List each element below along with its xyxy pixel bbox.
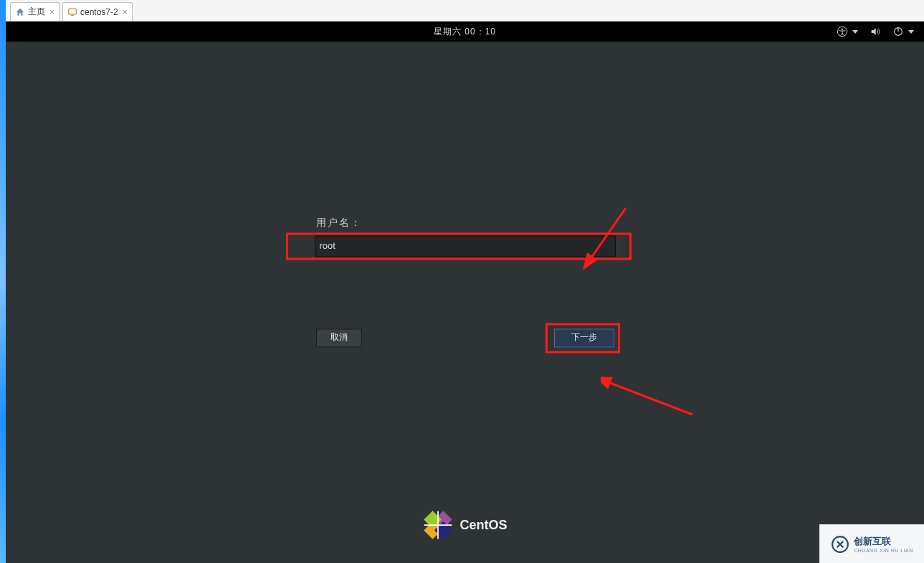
accessibility-icon	[837, 26, 848, 37]
gdm-login-box: 用户名： 取消 下一步	[315, 217, 616, 347]
tab-bar: 主页 × centos7-2 ×	[6, 0, 924, 22]
username-input-wrap	[315, 235, 616, 257]
host-desktop-strip	[0, 0, 6, 563]
home-icon	[15, 7, 25, 17]
svg-rect-0	[69, 9, 77, 14]
chevron-down-icon	[852, 30, 858, 34]
distro-branding: CentOS	[422, 510, 507, 540]
volume-control[interactable]	[870, 26, 881, 37]
watermark-text: 创新互联	[854, 535, 913, 548]
close-icon[interactable]: ×	[49, 8, 54, 16]
power-menu[interactable]	[892, 26, 914, 37]
close-icon[interactable]: ×	[123, 8, 128, 16]
svg-rect-1	[71, 15, 74, 16]
chevron-down-icon	[908, 30, 914, 34]
gnome-topbar: 星期六 00：10	[6, 22, 924, 42]
username-label: 用户名：	[315, 217, 616, 230]
svg-rect-10	[424, 511, 442, 529]
centos-logo-icon	[422, 510, 452, 540]
svg-point-3	[842, 29, 843, 30]
accessibility-menu[interactable]	[837, 26, 858, 37]
tab-label: 主页	[28, 6, 45, 18]
vm-icon	[67, 7, 77, 17]
power-icon	[892, 26, 904, 37]
clock[interactable]: 星期六 00：10	[434, 26, 496, 38]
volume-icon	[870, 26, 881, 37]
tab-home[interactable]: 主页 ×	[10, 2, 59, 21]
guest-screen: 星期六 00：10 用户名：	[6, 22, 924, 563]
next-button[interactable]: 下一步	[554, 328, 614, 347]
tab-label: centos7-2	[80, 7, 118, 17]
login-button-row: 取消 下一步	[315, 328, 616, 347]
watermark-logo-icon	[831, 535, 849, 554]
vmware-window: 主页 × centos7-2 × 星期六 00：10	[6, 0, 924, 563]
annotation-arrow-next	[601, 366, 701, 423]
cancel-button[interactable]: 取消	[316, 328, 362, 347]
watermark-sub: CHUANG XIN HU LIAN	[854, 548, 913, 553]
distro-name: CentOS	[459, 518, 507, 533]
svg-line-7	[606, 382, 692, 415]
svg-rect-11	[434, 521, 452, 539]
username-input[interactable]	[315, 235, 616, 257]
topbar-status-area	[837, 22, 914, 42]
publisher-watermark: 创新互联 CHUANG XIN HU LIAN	[819, 524, 924, 563]
tab-vm[interactable]: centos7-2 ×	[62, 2, 133, 21]
